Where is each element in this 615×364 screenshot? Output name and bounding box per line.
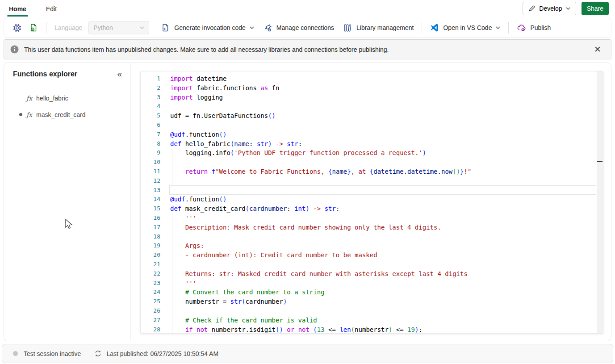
develop-button[interactable]: Develop xyxy=(523,2,576,15)
code-editor[interactable]: 1234567891011121314151617181920212223242… xyxy=(140,71,603,334)
code-line xyxy=(170,232,603,242)
gutter: 1234567891011121314151617181920212223242… xyxy=(141,74,170,333)
function-name: mask_credit_card xyxy=(36,111,86,118)
code-lines[interactable]: import datetimeimport fabric.functions a… xyxy=(170,74,603,333)
chevron-down-icon xyxy=(140,26,144,29)
code-line: return f"Welcome to Fabric Functions, {n… xyxy=(170,167,603,176)
code-line xyxy=(170,176,603,186)
code-line: numberstr = str(cardnumber) xyxy=(170,297,603,306)
current-line-highlight xyxy=(169,185,596,195)
chevron-down-icon xyxy=(566,7,570,10)
code-line: udf = fn.UserDataFunctions() xyxy=(170,111,603,121)
code-line: Args: xyxy=(170,241,603,251)
tab-home[interactable]: Home xyxy=(8,1,27,16)
code-line: Description: Mask credit card number sho… xyxy=(170,223,603,232)
function-icon: ƒx xyxy=(26,111,32,118)
close-icon[interactable]: ✕ xyxy=(590,44,605,54)
document-refresh-icon xyxy=(29,23,38,32)
session-status-dot-icon xyxy=(13,351,18,356)
gear-icon xyxy=(13,23,22,33)
books-icon xyxy=(343,23,352,33)
code-line: import datetime xyxy=(170,74,603,84)
code-line: logging.info('Python UDF trigger functio… xyxy=(170,148,603,158)
language-select[interactable]: Python xyxy=(88,21,149,34)
divider xyxy=(422,22,422,33)
settings-button[interactable] xyxy=(8,20,25,36)
indent-guide xyxy=(172,149,172,186)
code-line: # Convert the card number to a string xyxy=(170,288,603,297)
info-icon xyxy=(10,45,19,54)
vscode-icon xyxy=(430,23,439,32)
divider xyxy=(46,22,46,33)
code-line xyxy=(170,306,603,316)
unpublished-changes-banner: This user data functions item has unpubl… xyxy=(4,39,611,59)
code-line: def hello_fabric(name: str) -> str: xyxy=(170,139,603,149)
last-published-text: Last published: 06/27/2025 10:50:54 AM xyxy=(106,350,218,357)
code-line xyxy=(170,158,603,167)
sidebar-item-mask_credit_card[interactable]: ƒxmask_credit_card xyxy=(13,106,125,123)
code-line: import fabric.functions as fn xyxy=(170,84,603,93)
code-line: @udf.function() xyxy=(170,130,603,139)
manage-connections-button[interactable]: Manage connections xyxy=(259,20,339,36)
session-status-text: Test session inactive xyxy=(24,350,81,357)
function-name: hello_fabric xyxy=(36,95,68,102)
functions-explorer-panel: Functions explorer « ƒxhello_fabricƒxmas… xyxy=(4,63,130,341)
generate-invocation-code-button[interactable]: Generate invocation code xyxy=(157,20,259,36)
divider xyxy=(508,22,509,33)
code-line: if not numberstr.isdigit() or not (13 <=… xyxy=(170,325,603,333)
publish-button[interactable]: Publish xyxy=(512,20,555,36)
library-management-button[interactable]: Library management xyxy=(339,20,418,36)
open-in-vscode-button[interactable]: Open in VS Code xyxy=(426,20,505,36)
editor-region: 1234567891011121314151617181920212223242… xyxy=(130,63,611,341)
tab-edit[interactable]: Edit xyxy=(45,1,58,16)
code-line: Returns: str: Masked credit card number … xyxy=(170,269,603,279)
ribbon-tab-bar: Home Edit Develop Share xyxy=(0,0,615,17)
function-icon: ƒx xyxy=(26,95,32,102)
code-line xyxy=(170,260,603,269)
code-document-icon xyxy=(161,23,170,32)
scrollbar-cursor-mark xyxy=(597,161,602,162)
functions-explorer-title: Functions explorer xyxy=(13,70,77,78)
code-line: - cardnumber (int): Credit card number t… xyxy=(170,251,603,260)
reset-code-button[interactable] xyxy=(25,20,42,36)
code-line: ''' xyxy=(170,279,603,288)
status-bar: Test session inactive Last published: 06… xyxy=(2,344,613,363)
collapse-panel-icon[interactable]: « xyxy=(114,69,125,79)
editor-scrollbar[interactable] xyxy=(597,71,603,333)
code-line: @udf.function() xyxy=(170,195,603,204)
language-label: Language xyxy=(54,24,82,31)
banner-message: This user data functions item has unpubl… xyxy=(24,46,389,53)
chevron-down-icon xyxy=(250,26,254,29)
share-button[interactable]: Share xyxy=(582,2,609,15)
cloud-upload-icon xyxy=(517,23,526,33)
sidebar-item-hello_fabric[interactable]: ƒxhello_fabric xyxy=(13,90,125,106)
function-list: ƒxhello_fabricƒxmask_credit_card xyxy=(13,90,125,123)
chevron-down-icon xyxy=(496,26,500,29)
pencil-icon xyxy=(528,5,536,12)
sync-icon xyxy=(94,350,102,357)
main-content: Functions explorer « ƒxhello_fabricƒxmas… xyxy=(4,63,611,341)
code-line xyxy=(170,121,603,130)
code-line: ''' xyxy=(170,213,603,223)
code-line: # Check if the card number is valid xyxy=(170,316,603,325)
modified-dot xyxy=(19,113,22,116)
indent-guide xyxy=(172,213,172,334)
code-line: def mask_credit_card(cardnumber: int) ->… xyxy=(170,204,603,213)
code-line xyxy=(170,102,603,111)
plug-icon xyxy=(263,23,272,33)
toolbar: Language Python Generate invocation code xyxy=(4,18,611,38)
divider xyxy=(153,22,153,33)
code-line: import logging xyxy=(170,93,603,102)
